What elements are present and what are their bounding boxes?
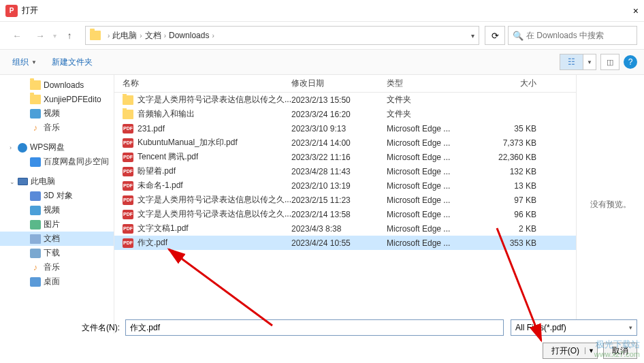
sidebar-item[interactable]: Downloads	[0, 78, 114, 92]
file-date: 2023/2/13 15:50	[291, 95, 387, 105]
col-name-header[interactable]: 名称	[114, 78, 291, 89]
file-date: 2023/4/24 10:55	[291, 238, 387, 248]
file-date: 2023/3/10 9:13	[291, 124, 387, 133]
file-date: 2023/2/15 11:23	[291, 195, 387, 205]
chevron-down-icon: ▼	[31, 59, 37, 65]
file-row[interactable]: PDF作文.pdf2023/4/24 10:55Microsoft Edge .…	[114, 236, 576, 250]
file-row[interactable]: PDFKubuntuManual_加水印.pdf2023/2/14 14:00M…	[114, 136, 576, 150]
toolbar: 组织▼ 新建文件夹 ☷ ▼ ◫ ?	[0, 49, 644, 75]
chevron-down-icon[interactable]: ▾	[471, 32, 474, 40]
file-size: 22,360 KB	[489, 153, 550, 162]
file-size: 96 KB	[489, 210, 550, 219]
back-button[interactable]: ←	[7, 26, 27, 45]
sidebar-item-label: 文档	[44, 233, 60, 244]
history-dropdown[interactable]: ▾	[53, 32, 57, 40]
cancel-button[interactable]: 取消	[603, 343, 637, 359]
file-row[interactable]: 文字是人类用符号记录表达信息以传之久...2023/2/13 15:50文件夹	[114, 93, 576, 107]
file-row[interactable]: 音频输入和输出2023/3/24 16:20文件夹	[114, 107, 576, 121]
pc-icon	[18, 178, 28, 185]
pdf-icon: PDF	[123, 181, 133, 191]
folder-icon	[30, 80, 41, 90]
view-dropdown[interactable]: ▼	[583, 54, 596, 69]
expand-icon[interactable]: ›	[10, 144, 18, 151]
breadcrumb[interactable]: › 此电脑 › 文档 › Downloads › ▾	[85, 26, 479, 45]
pdf-icon: PDF	[123, 167, 133, 176]
sidebar-item[interactable]: 百度网盘同步空间	[0, 155, 114, 169]
crumb-downloads[interactable]: Downloads	[169, 31, 209, 40]
file-type: 文件夹	[387, 108, 489, 120]
file-row[interactable]: PDF文字文稿1.pdf2023/4/3 8:38Microsoft Edge …	[114, 221, 576, 236]
sidebar-item[interactable]: ♪音乐	[0, 121, 114, 135]
sidebar-item[interactable]: 下载	[0, 246, 114, 260]
pdf-icon: PDF	[123, 153, 133, 162]
search-icon: 🔍	[513, 31, 524, 41]
sidebar-item[interactable]: 3D 对象	[0, 189, 114, 203]
file-row[interactable]: PDF未命名-1.pdf2023/2/10 13:19Microsoft Edg…	[114, 178, 576, 193]
split-chevron-icon[interactable]: ▼	[585, 347, 594, 354]
open-button[interactable]: 打开(O)▼	[543, 343, 598, 359]
sidebar-item[interactable]: 图片	[0, 217, 114, 232]
sidebar-item[interactable]: 桌面	[0, 274, 114, 289]
chevron-right-icon: ›	[140, 32, 142, 40]
sidebar-item-label: Downloads	[44, 80, 84, 90]
video-icon	[30, 206, 41, 215]
sidebar-item-label: 下载	[44, 247, 60, 259]
filename-bar: 文件名(N): All Files(*.pdf) ▾	[0, 317, 644, 338]
file-name: 作文.pdf	[138, 237, 167, 249]
filename-label: 文件名(N):	[82, 322, 120, 334]
app-icon: P	[5, 5, 18, 17]
file-row[interactable]: PDFTencent 腾讯.pdf2023/3/22 11:16Microsof…	[114, 150, 576, 164]
video-icon	[30, 109, 41, 119]
file-row[interactable]: PDF文字是人类用符号记录表达信息以传之久...2023/2/14 13:58M…	[114, 207, 576, 221]
file-row[interactable]: PDF文字是人类用符号记录表达信息以传之久...2023/2/15 11:23M…	[114, 193, 576, 207]
details-icon: ☷	[568, 57, 575, 67]
sidebar-item[interactable]: ›WPS网盘	[0, 140, 114, 155]
sidebar-item[interactable]: ⌄此电脑	[0, 174, 114, 189]
search-box[interactable]: 🔍	[508, 26, 637, 45]
file-type: Microsoft Edge ...	[387, 210, 489, 219]
baidu-icon	[30, 157, 41, 167]
col-type-header[interactable]: 类型	[387, 78, 489, 89]
file-name: 未命名-1.pdf	[138, 180, 183, 191]
preview-pane: 没有预览。	[576, 75, 644, 334]
file-row[interactable]: PDF盼望着.pdf2023/4/28 11:43Microsoft Edge …	[114, 164, 576, 178]
file-header: 名称 修改日期 类型 大小	[114, 75, 576, 93]
organize-menu[interactable]: 组织▼	[7, 54, 42, 71]
file-row[interactable]: PDF231.pdf2023/3/10 9:13Microsoft Edge .…	[114, 121, 576, 136]
file-type: Microsoft Edge ...	[387, 167, 489, 176]
file-type: Microsoft Edge ...	[387, 181, 489, 191]
new-folder-button[interactable]: 新建文件夹	[46, 54, 98, 71]
sidebar-item[interactable]: ♪音乐	[0, 260, 114, 274]
help-button[interactable]: ?	[624, 55, 637, 69]
forward-button[interactable]: →	[30, 26, 50, 45]
file-size: 353 KB	[489, 238, 550, 248]
window-title: 打开	[22, 5, 617, 16]
filename-input[interactable]	[125, 319, 504, 336]
sidebar-item[interactable]: 视频	[0, 106, 114, 121]
close-button[interactable]: ×	[617, 5, 639, 16]
pdf-icon: PDF	[123, 138, 133, 148]
crumb-docs[interactable]: 文档	[145, 30, 161, 42]
search-input[interactable]	[526, 31, 632, 40]
up-button[interactable]: ↑	[59, 26, 80, 45]
sidebar-item[interactable]: 视频	[0, 203, 114, 217]
pdf-icon: PDF	[123, 195, 133, 205]
view-details[interactable]: ☷	[560, 54, 583, 69]
wps-icon	[18, 143, 27, 153]
sidebar-item[interactable]: 文档	[0, 232, 114, 246]
preview-pane-toggle[interactable]: ◫	[600, 54, 619, 70]
col-date-header[interactable]: 修改日期	[291, 78, 387, 89]
filter-select[interactable]: All Files(*.pdf) ▾	[511, 319, 637, 336]
file-type: 文件夹	[387, 94, 489, 106]
chevron-down-icon: ▾	[629, 324, 632, 331]
file-type: Microsoft Edge ...	[387, 124, 489, 133]
music-icon: ♪	[30, 123, 41, 133]
sidebar-item-label: 此电脑	[31, 176, 55, 187]
refresh-button[interactable]: ⟳	[485, 26, 505, 45]
sidebar-item[interactable]: XunjiePDFEdito	[0, 92, 114, 106]
expand-icon[interactable]: ⌄	[10, 178, 18, 185]
col-size-header[interactable]: 大小	[489, 78, 550, 89]
sidebar-item-label: 视频	[44, 108, 60, 119]
crumb-pc[interactable]: 此电脑	[112, 30, 137, 42]
doc-icon	[30, 234, 41, 244]
